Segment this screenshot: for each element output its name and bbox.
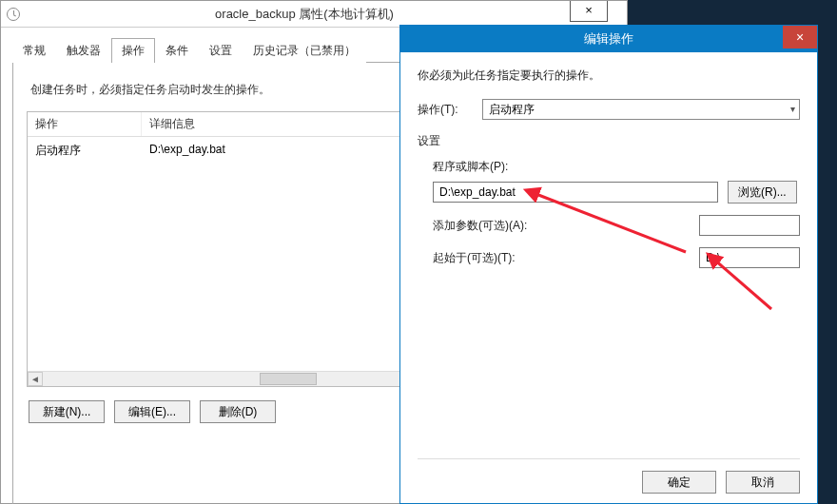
args-label: 添加参数(可选)(A): <box>433 218 527 234</box>
edit-action-window: 编辑操作 × 你必须为此任务指定要执行的操作。 操作(T): 启动程序 ▾ 设置… <box>399 25 818 504</box>
tab-actions[interactable]: 操作 <box>111 38 155 63</box>
edit-content: 你必须为此任务指定要执行的操作。 操作(T): 启动程序 ▾ 设置 程序或脚本(… <box>400 52 817 503</box>
script-value: D:\exp_day.bat <box>439 185 516 199</box>
operation-label: 操作(T): <box>418 102 475 118</box>
script-field: 程序或脚本(P): D:\exp_day.bat 浏览(R)... <box>433 159 800 204</box>
properties-close-button[interactable]: × <box>570 1 608 22</box>
annotation-arrows <box>400 52 819 504</box>
settings-group-label: 设置 <box>418 133 800 149</box>
tab-conditions[interactable]: 条件 <box>155 38 199 63</box>
edit-button[interactable]: 编辑(E)... <box>114 400 190 423</box>
edit-titlebar: 编辑操作 × <box>400 26 817 52</box>
col-operation[interactable]: 操作 <box>28 112 142 136</box>
tab-history-disabled[interactable]: 历史记录（已禁用） <box>243 38 366 63</box>
startin-value: D:\ <box>706 251 720 264</box>
delete-button[interactable]: 删除(D) <box>200 400 276 423</box>
clock-icon <box>7 8 20 21</box>
new-button[interactable]: 新建(N)... <box>29 400 105 423</box>
properties-title: oracle_backup 属性(本地计算机) <box>26 6 621 23</box>
script-input[interactable]: D:\exp_day.bat <box>433 182 718 203</box>
scroll-thumb[interactable] <box>260 373 317 385</box>
edit-title: 编辑操作 <box>584 30 633 48</box>
startin-input[interactable]: D:\ <box>699 247 800 268</box>
cancel-button[interactable]: 取消 <box>726 471 800 494</box>
operation-combo[interactable]: 启动程序 ▾ <box>482 99 800 120</box>
edit-close-button[interactable]: × <box>783 26 817 48</box>
operation-value: 启动程序 <box>489 102 535 118</box>
operation-row: 操作(T): 启动程序 ▾ <box>418 99 800 120</box>
edit-intro: 你必须为此任务指定要执行的操作。 <box>418 68 800 84</box>
properties-titlebar: oracle_backup 属性(本地计算机) × <box>1 1 627 28</box>
startin-field: 起始于(可选)(T): D:\ <box>433 247 800 268</box>
ok-button[interactable]: 确定 <box>642 471 716 494</box>
args-field: 添加参数(可选)(A): <box>433 215 800 236</box>
args-input[interactable] <box>699 215 800 236</box>
chevron-down-icon: ▾ <box>790 104 795 114</box>
script-label: 程序或脚本(P): <box>433 159 800 175</box>
tab-triggers[interactable]: 触发器 <box>56 38 111 63</box>
startin-label: 起始于(可选)(T): <box>433 250 516 266</box>
browse-button[interactable]: 浏览(R)... <box>728 181 797 204</box>
tab-settings[interactable]: 设置 <box>199 38 243 63</box>
edit-button-row: 确定 取消 <box>418 458 800 494</box>
scroll-left-icon[interactable]: ◄ <box>28 372 43 386</box>
row-op: 启动程序 <box>28 141 142 161</box>
tab-general[interactable]: 常规 <box>12 38 56 63</box>
